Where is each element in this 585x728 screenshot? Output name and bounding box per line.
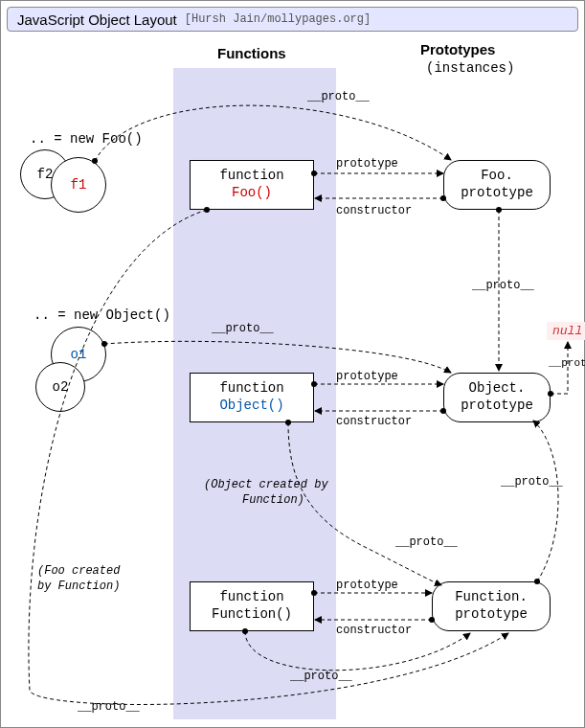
object-proto-l1: Object. [469,380,526,396]
o1-label: o1 [71,347,87,362]
function-function-box: function Function() [190,581,314,631]
instance-o2: o2 [35,362,85,412]
object-proto-l2: prototype [461,398,533,413]
title-credit: [Hursh Jain/mollypages.org] [185,12,371,26]
function-proto-l1: Function. [455,589,528,604]
edge-proto-func-self: __proto__ [290,670,352,683]
function-proto-l2: prototype [455,606,528,622]
edge-proto-funcp-obj: __proto__ [501,475,563,489]
edge-proto-foo-func: __proto__ [78,700,140,714]
instance-f1: f1 [51,157,106,213]
edge-proto-objp: __proto__ [549,357,585,369]
note-foo-created-2: by Function) [37,580,120,593]
foo-proto-l1: Foo. [481,168,513,183]
title-text: JavaScript Object Layout [17,11,177,28]
edge-proto-f1: __proto__ [307,90,370,103]
note-foo-created-1: (Foo created [37,564,120,578]
new-object-label: .. = new Object() [34,307,170,323]
function-kw: function [219,589,283,604]
foo-kw: function [219,168,283,183]
note-obj-created-1: (Object created by [204,478,328,491]
foo-name: Foo() [232,185,272,200]
edge-proto-obj-func: __proto__ [395,535,458,549]
object-prototype-box: Object. prototype [443,373,551,422]
object-kw: function [219,380,283,396]
edge-prototype-func: prototype [336,579,398,592]
function-prototype-box: Function. prototype [432,581,551,631]
edge-prototype-obj: prototype [336,370,398,383]
edge-constructor-func: constructor [336,624,412,637]
f1-label: f1 [71,177,87,193]
foo-prototype-box: Foo. prototype [443,160,551,210]
object-name: Object() [219,398,283,413]
edge-proto-foop: __proto__ [472,279,534,292]
title-bar: JavaScript Object Layout [Hursh Jain/mol… [7,7,578,32]
function-foo-box: function Foo() [190,160,314,210]
col-functions: Functions [217,45,286,61]
edge-proto-o1: __proto__ [212,322,274,335]
edge-prototype-foo: prototype [336,157,398,171]
new-foo-label: .. = new Foo() [30,131,143,147]
col-prototypes-sub: (instances) [426,60,514,76]
o2-label: o2 [53,379,69,395]
diagram-canvas: JavaScript Object Layout [Hursh Jain/mol… [0,0,585,728]
function-object-box: function Object() [190,373,314,422]
function-name: Function() [212,606,292,622]
edge-constructor-obj: constructor [336,415,412,428]
null-box: null [547,322,585,340]
note-obj-created-2: Function) [242,493,304,507]
edge-constructor-foo: constructor [336,204,412,217]
foo-proto-l2: prototype [461,185,533,200]
col-prototypes: Prototypes [420,41,495,57]
